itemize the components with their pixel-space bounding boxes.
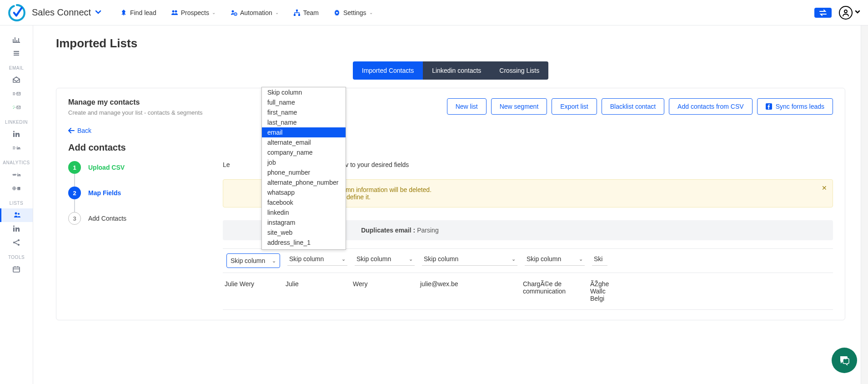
chevron-down-icon (854, 9, 861, 16)
sidebar-calendar[interactable] (0, 263, 33, 276)
svg-point-8 (336, 12, 338, 14)
dropdown-option[interactable]: address_line_1 (262, 237, 346, 248)
sidebar-group-analytics: ANALYTICS (0, 160, 33, 165)
add-contacts-heading: Add contacts (68, 142, 833, 153)
step-upload-csv: 1 Upload CSV (68, 161, 223, 174)
svg-rect-16 (17, 174, 18, 177)
chat-fab[interactable] (832, 348, 857, 373)
sidebar-linkedin2[interactable] (0, 222, 33, 236)
dropdown-option[interactable]: site_web (262, 227, 346, 237)
column-select-1[interactable]: Skip column⌄ (287, 253, 347, 266)
chevron-down-icon: ⌄ (275, 10, 279, 15)
column-select-5[interactable]: Ski (592, 253, 607, 266)
svg-point-13 (13, 131, 15, 132)
svg-point-15 (17, 146, 18, 147)
sidebar-group-linkedin: LINKEDIN (0, 120, 33, 125)
new-list-button[interactable]: New list (447, 98, 487, 115)
blacklist-button[interactable]: Blacklist contact (602, 98, 664, 115)
dropdown-option[interactable]: instagram (262, 217, 346, 227)
sidebar-web-contact[interactable] (0, 182, 33, 195)
dropdown-option[interactable]: Skip column (262, 87, 346, 97)
back-link[interactable]: Back (68, 127, 91, 134)
dropdown-option[interactable]: email (262, 127, 346, 137)
sidebar-magic-mail[interactable] (0, 101, 33, 114)
chevron-down-icon: ⌄ (512, 256, 516, 262)
sidebar-dashboard[interactable] (0, 33, 33, 46)
dropdown-option[interactable]: company_name (262, 147, 346, 157)
stepper: 1 Upload CSV 2 Map Fields 3 Add Contacts (68, 161, 223, 310)
step-add-contacts: 3 Add Contacts (68, 212, 223, 225)
swap-button[interactable] (814, 8, 832, 18)
top-nav: Sales Connect Find lead Prospects ⌄ Auto… (0, 0, 868, 25)
column-select-4[interactable]: Skip column⌄ (525, 253, 585, 266)
brand-chevron-icon[interactable] (95, 8, 102, 17)
tab-linkedin[interactable]: Linkedin contacts (423, 61, 490, 80)
sync-forms-button[interactable]: Sync forms leads (757, 98, 833, 115)
brand-title: Sales Connect (32, 7, 91, 18)
step-map-fields: 2 Map Fields (68, 187, 223, 199)
dropdown-option[interactable]: alternate_email (262, 137, 346, 147)
nav-automation[interactable]: Automation ⌄ (230, 9, 279, 16)
sidebar-menu[interactable] (0, 46, 33, 60)
chevron-down-icon: ⌄ (341, 256, 346, 262)
table-row: Julie Wery Julie Wery julie@wex.be Charg… (223, 273, 833, 310)
svg-rect-12 (13, 133, 15, 137)
svg-rect-14 (17, 147, 18, 150)
svg-rect-23 (13, 227, 15, 232)
nav-team[interactable]: Team (293, 9, 319, 16)
export-list-button[interactable]: Export list (552, 98, 597, 115)
chevron-down-icon: ⌄ (369, 10, 373, 15)
dropdown-option[interactable]: first_name (262, 107, 346, 117)
user-menu[interactable] (839, 6, 861, 20)
svg-rect-5 (296, 10, 298, 11)
chevron-down-icon: ⌄ (212, 10, 216, 15)
sidebar-group-tools: TOOLS (0, 255, 33, 260)
dropdown-option[interactable]: alternate_phone_number (262, 177, 346, 187)
tab-imported[interactable]: Imported Contacts (353, 61, 423, 80)
nav-find-lead[interactable]: Find lead (120, 9, 156, 16)
nav-prospects[interactable]: Prospects ⌄ (171, 9, 216, 16)
list-tabs: Imported Contacts Linkedin contacts Cros… (56, 61, 845, 80)
svg-point-25 (18, 239, 20, 241)
svg-point-4 (235, 14, 236, 15)
gear-icon (333, 9, 341, 16)
manage-title: Manage my contacts (68, 98, 203, 106)
new-segment-button[interactable]: New segment (491, 98, 547, 115)
add-from-csv-button[interactable]: Add contacts from CSV (669, 98, 753, 115)
svg-point-1 (175, 10, 177, 12)
sidebar-link-linkedin[interactable] (0, 168, 33, 182)
sidebar-compose-mail[interactable] (0, 87, 33, 101)
mapping-table: Skip column⌄ Skip column⌄ Skip column⌄ S… (223, 248, 833, 310)
sitemap-icon (293, 9, 301, 16)
nav-settings[interactable]: Settings ⌄ (333, 9, 373, 16)
svg-rect-11 (17, 106, 20, 109)
dropdown-option[interactable]: last_name (262, 117, 346, 127)
dropdown-option[interactable]: linkedin (262, 207, 346, 217)
dropdown-option[interactable]: job (262, 157, 346, 167)
left-sidebar: EMAIL LINKEDIN ANALYTICS LISTS TOOLS (0, 25, 33, 384)
svg-rect-6 (294, 14, 296, 16)
column-select-3[interactable]: Skip column⌄ (422, 253, 517, 266)
page-scrollbar[interactable] (861, 25, 868, 384)
svg-point-27 (18, 244, 20, 246)
chevron-down-icon: ⌄ (409, 256, 413, 262)
sidebar-contacts[interactable] (0, 208, 33, 222)
column-select-2[interactable]: Skip column⌄ (355, 253, 415, 266)
dropdown-option[interactable]: phone_number (262, 167, 346, 177)
svg-rect-7 (298, 14, 300, 16)
close-warning-icon[interactable]: ✕ (822, 184, 827, 192)
svg-point-21 (15, 212, 17, 215)
dropdown-option[interactable]: full_name (262, 97, 346, 107)
svg-point-26 (13, 242, 15, 243)
sidebar-share[interactable] (0, 236, 33, 249)
sidebar-linkedin[interactable] (0, 127, 33, 141)
column-select-0[interactable]: Skip column⌄ (226, 253, 280, 268)
tab-crossing[interactable]: Crossing Lists (490, 61, 548, 80)
dropdown-option[interactable]: address_line_2 (262, 248, 346, 249)
dropdown-option[interactable]: facebook (262, 197, 346, 207)
sidebar-add-linkedin[interactable] (0, 141, 33, 155)
dropdown-option[interactable]: whatsapp (262, 187, 346, 197)
avatar-icon (839, 6, 853, 20)
sidebar-inbox[interactable] (0, 73, 33, 87)
column-dropdown[interactable]: Skip columnfull_namefirst_namelast_namee… (261, 87, 346, 250)
